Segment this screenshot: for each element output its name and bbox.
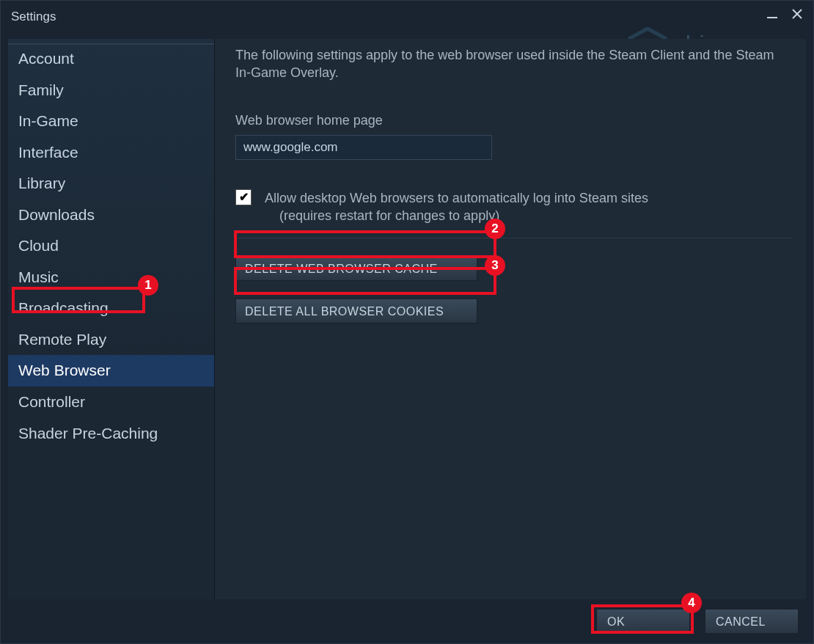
sidebar-item-label: Web Browser bbox=[18, 362, 111, 378]
sidebar-item-account[interactable]: Account bbox=[8, 43, 214, 75]
cancel-button[interactable]: CANCEL bbox=[705, 609, 799, 634]
settings-description: The following settings apply to the web … bbox=[235, 46, 791, 82]
sidebar-item-library[interactable]: Library bbox=[8, 168, 214, 200]
sidebar-item-interface[interactable]: Interface bbox=[8, 137, 214, 169]
homepage-input[interactable] bbox=[235, 135, 492, 160]
minimize-button[interactable] bbox=[765, 7, 780, 21]
sidebar-item-music[interactable]: Music bbox=[8, 262, 214, 293]
sidebar-item-remote-play[interactable]: Remote Play bbox=[8, 324, 214, 356]
sidebar-item-in-game[interactable]: In-Game bbox=[8, 106, 214, 137]
sidebar-item-family[interactable]: Family bbox=[8, 75, 214, 106]
window-controls bbox=[765, 7, 804, 21]
window-title: Settings bbox=[11, 10, 56, 24]
homepage-label: Web browser home page bbox=[235, 111, 791, 129]
sidebar-item-label: Broadcasting bbox=[18, 299, 109, 316]
title-bar: Settings bbox=[1, 1, 813, 33]
sidebar-item-label: Downloads bbox=[18, 206, 95, 223]
sidebar-item-label: Music bbox=[18, 268, 59, 285]
main-panel: The following settings apply to the web … bbox=[215, 39, 806, 599]
sidebar-item-label: Family bbox=[18, 81, 64, 98]
sidebar-item-shader-pre-caching[interactable]: Shader Pre-Caching bbox=[8, 418, 214, 450]
close-button[interactable] bbox=[790, 7, 804, 21]
sidebar-item-cloud[interactable]: Cloud bbox=[8, 230, 214, 262]
delete-cookies-button[interactable]: DELETE ALL BROWSER COOKIES bbox=[235, 299, 477, 323]
sidebar-item-label: Shader Pre-Caching bbox=[18, 425, 158, 442]
divider bbox=[235, 238, 791, 238]
sidebar: Account Family In-Game Interface Library… bbox=[8, 39, 215, 599]
sidebar-item-controller[interactable]: Controller bbox=[8, 387, 214, 418]
ok-button[interactable]: OK bbox=[596, 609, 690, 634]
sidebar-item-label: Remote Play bbox=[18, 331, 106, 348]
sidebar-item-label: Interface bbox=[18, 144, 78, 161]
checkmark-icon: ✔ bbox=[239, 189, 249, 205]
sidebar-item-label: Account bbox=[18, 50, 74, 67]
auto-login-label: Allow desktop Web browsers to automatica… bbox=[265, 189, 648, 225]
content-area: Account Family In-Game Interface Library… bbox=[8, 39, 806, 599]
auto-login-checkbox[interactable]: ✔ bbox=[235, 189, 252, 205]
sidebar-item-downloads[interactable]: Downloads bbox=[8, 200, 214, 231]
sidebar-item-broadcasting[interactable]: Broadcasting bbox=[8, 293, 214, 324]
sidebar-item-label: Cloud bbox=[18, 237, 59, 254]
delete-cache-button[interactable]: DELETE WEB BROWSER CACHE bbox=[235, 256, 477, 281]
sidebar-item-label: Controller bbox=[18, 393, 85, 410]
footer: OK CANCEL bbox=[1, 599, 813, 643]
sidebar-item-label: Library bbox=[18, 175, 65, 191]
sidebar-item-web-browser[interactable]: Web Browser bbox=[8, 355, 214, 387]
sidebar-item-label: In-Game bbox=[18, 112, 78, 129]
